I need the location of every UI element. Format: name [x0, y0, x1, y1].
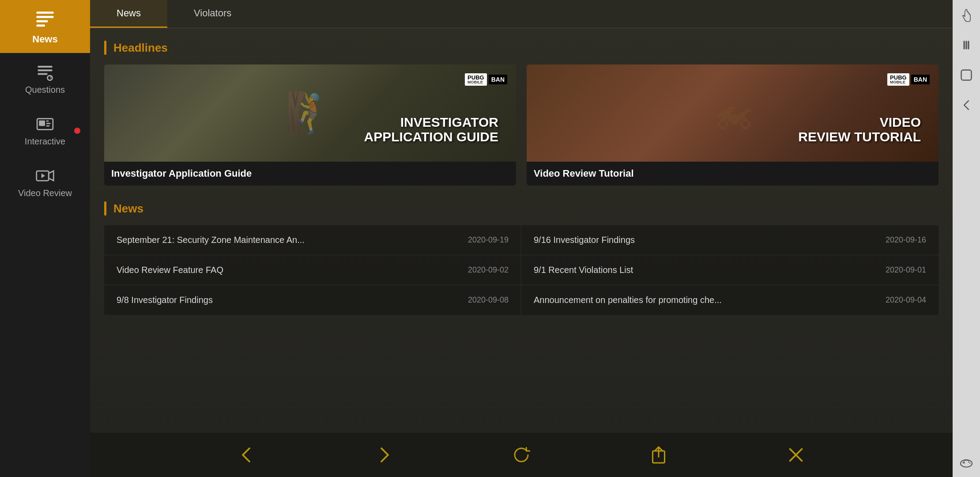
news-item-date: 2020-09-01: [886, 265, 926, 275]
tab-news[interactable]: News: [90, 0, 167, 28]
card-image-video-review: 🏍 PUBGMOBILE BAN VIDEOREVIEW TUTORIAL: [527, 64, 939, 162]
news-cell[interactable]: Video Review Feature FAQ 2020-09-02: [104, 255, 521, 285]
news-cell[interactable]: 9/16 Investigator Findings 2020-09-16: [521, 225, 939, 255]
news-section-bar: [104, 201, 106, 216]
svg-rect-3: [37, 24, 45, 26]
news-cell[interactable]: 9/1 Recent Violations List 2020-09-01: [521, 255, 939, 285]
news-item-title: 9/16 Investigator Findings: [534, 235, 877, 245]
home-icon[interactable]: [957, 65, 976, 85]
news-section-header: News: [104, 201, 939, 216]
news-item-title: 9/1 Recent Violations List: [534, 265, 877, 275]
svg-rect-1: [37, 16, 54, 18]
touch-icon[interactable]: [957, 5, 976, 25]
app-wrapper: News Violators Headlines 🧗: [90, 0, 980, 477]
svg-rect-4: [38, 66, 53, 68]
sidebar-video-review-label: Video Review: [18, 188, 72, 198]
svg-point-28: [969, 462, 970, 463]
svg-rect-6: [38, 73, 48, 75]
bottom-bar: [90, 433, 953, 477]
svg-marker-15: [49, 171, 53, 181]
interactive-icon: [35, 114, 55, 134]
sidebar-news-label: News: [32, 34, 57, 45]
ban-label-2: BAN: [911, 75, 930, 84]
sidebar-item-video-review[interactable]: Video Review: [0, 156, 90, 208]
system-panel: [953, 0, 980, 477]
svg-rect-26: [962, 462, 965, 463]
sidebar-item-questions[interactable]: ? Questions: [0, 53, 90, 105]
back-button[interactable]: [234, 442, 260, 468]
news-item-title: Announcement on penalties for promoting …: [534, 295, 877, 305]
sidebar-item-news[interactable]: News: [0, 0, 90, 53]
game-controller-icon[interactable]: [957, 452, 976, 472]
sidebar-item-interactive[interactable]: Interactive: [0, 105, 90, 156]
ban-label: BAN: [489, 75, 507, 84]
tab-bar: News Violators: [90, 0, 953, 28]
news-row: September 21: Security Zone Maintenance …: [104, 225, 939, 255]
share-button[interactable]: [645, 442, 672, 468]
video-review-icon: [35, 166, 55, 186]
sidebar-questions-label: Questions: [25, 85, 65, 95]
pubg-logo-2: PUBGMOBILE: [887, 73, 909, 86]
svg-rect-10: [39, 121, 45, 126]
svg-rect-0: [37, 11, 54, 14]
svg-point-27: [969, 462, 969, 462]
card-caption-video: Video Review Tutorial: [527, 162, 939, 186]
news-section-title: News: [113, 202, 143, 216]
main-content: News Violators Headlines 🧗: [90, 0, 953, 477]
headlines-grid: 🧗 PUBGMOBILE BAN INVESTIGATORAPPLICATION…: [104, 64, 939, 186]
content-area: Headlines 🧗 PUBGMOBILE BAN: [90, 28, 953, 433]
card-image-text-investigator: INVESTIGATORAPPLICATION GUIDE: [364, 115, 498, 144]
news-row: 9/8 Investigator Findings 2020-09-08 Ann…: [104, 285, 939, 315]
news-item-title: 9/8 Investigator Findings: [117, 295, 459, 305]
svg-rect-11: [46, 121, 49, 122]
news-icon: [34, 8, 57, 31]
news-list: September 21: Security Zone Maintenance …: [104, 225, 939, 315]
svg-marker-16: [41, 174, 45, 178]
news-item-title: Video Review Feature FAQ: [117, 265, 459, 275]
refresh-button[interactable]: [508, 442, 535, 468]
sidebar: News ? Questions Interactive Vide: [0, 0, 90, 477]
news-item-date: 2020-09-19: [468, 235, 509, 245]
card-image-investigator: 🧗 PUBGMOBILE BAN INVESTIGATORAPPLICATION…: [104, 64, 516, 162]
svg-rect-23: [961, 70, 972, 80]
svg-rect-2: [37, 20, 48, 23]
figure-decoration: 🧗: [286, 90, 335, 136]
tab-violators[interactable]: Violators: [167, 0, 258, 28]
svg-rect-12: [46, 123, 51, 124]
svg-rect-5: [38, 69, 53, 71]
news-item-date: 2020-09-08: [468, 295, 509, 305]
news-item-date: 2020-09-02: [468, 265, 509, 275]
news-row: Video Review Feature FAQ 2020-09-02 9/1 …: [104, 255, 939, 285]
close-button[interactable]: [783, 442, 809, 468]
headlines-title: Headlines: [113, 41, 168, 55]
svg-text:?: ?: [49, 76, 52, 80]
headline-card-investigator[interactable]: 🧗 PUBGMOBILE BAN INVESTIGATORAPPLICATION…: [104, 64, 516, 186]
headline-card-video-review[interactable]: 🏍 PUBGMOBILE BAN VIDEOREVIEW TUTORIAL Vi…: [527, 64, 939, 186]
pubg-ban-badge-2: PUBGMOBILE BAN: [887, 73, 930, 86]
character-decoration: 🏍: [713, 91, 753, 136]
pubg-ban-badge: PUBGMOBILE BAN: [465, 73, 507, 86]
svg-rect-20: [963, 41, 965, 49]
card-caption-investigator: Investigator Application Guide: [104, 162, 516, 186]
news-item-date: 2020-09-16: [886, 235, 926, 245]
news-cell[interactable]: 9/8 Investigator Findings 2020-09-08: [104, 285, 521, 315]
news-cell[interactable]: Announcement on penalties for promoting …: [521, 285, 939, 315]
section-bar: [104, 41, 106, 55]
svg-rect-22: [968, 41, 969, 49]
questions-icon: ?: [35, 63, 55, 82]
headlines-header: Headlines: [104, 41, 939, 55]
middle-row: News Violators Headlines 🧗: [90, 0, 980, 477]
card-image-text-video: VIDEOREVIEW TUTORIAL: [798, 115, 921, 144]
news-cell[interactable]: September 21: Security Zone Maintenance …: [104, 225, 521, 255]
sidebar-interactive-label: Interactive: [25, 136, 65, 147]
forward-button[interactable]: [371, 442, 397, 468]
svg-rect-13: [46, 125, 50, 127]
menu-bars-icon[interactable]: [957, 35, 976, 55]
svg-point-24: [961, 460, 972, 467]
svg-rect-21: [965, 41, 967, 49]
news-item-title: September 21: Security Zone Maintenance …: [117, 235, 459, 245]
pubg-logo: PUBGMOBILE: [465, 73, 487, 86]
system-back-icon[interactable]: [957, 95, 976, 115]
notification-dot: [74, 128, 80, 134]
news-item-date: 2020-09-04: [886, 295, 926, 305]
